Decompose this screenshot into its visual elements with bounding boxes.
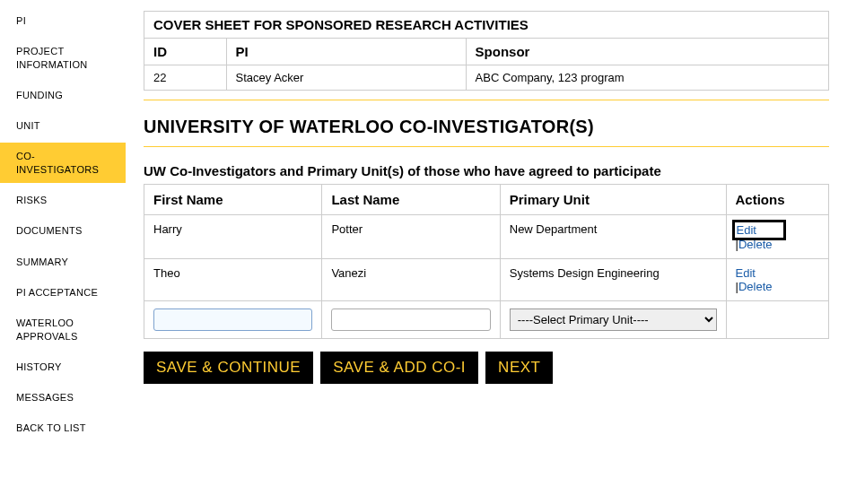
- cover-value-pi: Stacey Acker: [226, 65, 466, 91]
- edit-link[interactable]: Edit: [737, 223, 756, 237]
- cover-header-sponsor: Sponsor: [466, 39, 828, 65]
- table-row: Theo Vanezi Systems Design Engineering E…: [144, 259, 829, 301]
- edit-link[interactable]: Edit: [736, 266, 756, 280]
- sidebar-item-funding[interactable]: FUNDING: [0, 82, 126, 109]
- last-name-input[interactable]: [331, 308, 490, 331]
- section-title: UNIVERSITY OF WATERLOO CO-INVESTIGATOR(S…: [144, 117, 829, 137]
- sidebar-item-project-information[interactable]: PROJECT INFORMATION: [0, 38, 126, 78]
- sidebar: PI PROJECT INFORMATION FUNDING UNIT CO-I…: [0, 0, 126, 446]
- cover-sheet-table: COVER SHEET FOR SPONSORED RESEARCH ACTIV…: [144, 11, 829, 91]
- sidebar-item-history[interactable]: HISTORY: [0, 353, 126, 380]
- section-subtitle: UW Co-Investigators and Primary Unit(s) …: [144, 163, 829, 178]
- sidebar-item-messages[interactable]: MESSAGES: [0, 384, 126, 411]
- first-name-input[interactable]: [153, 308, 312, 331]
- cover-value-sponsor: ABC Company, 123 program: [466, 65, 828, 91]
- cover-header-pi: PI: [226, 39, 466, 65]
- delete-link[interactable]: Delete: [738, 280, 773, 293]
- sidebar-item-documents[interactable]: DOCUMENTS: [0, 217, 126, 244]
- coi-primary-unit: Systems Design Engineering: [500, 259, 726, 301]
- save-continue-button[interactable]: SAVE & CONTINUE: [144, 352, 313, 384]
- cover-header-id: ID: [144, 39, 227, 65]
- cover-sheet-title: COVER SHEET FOR SPONSORED RESEARCH ACTIV…: [144, 12, 829, 39]
- primary-unit-select[interactable]: ----Select Primary Unit----: [510, 308, 717, 331]
- main-content: COVER SHEET FOR SPONSORED RESEARCH ACTIV…: [126, 0, 865, 446]
- sidebar-item-pi-acceptance[interactable]: PI ACCEPTANCE: [0, 279, 126, 306]
- coi-primary-unit: New Department: [500, 215, 726, 259]
- coi-header-primary-unit: Primary Unit: [500, 185, 726, 215]
- coi-header-last-name: Last Name: [322, 185, 500, 215]
- sidebar-item-waterloo-approvals[interactable]: WATERLOO APPROVALS: [0, 309, 126, 350]
- coi-first-name: Theo: [144, 259, 322, 301]
- coi-actions: Edit |Delete: [726, 259, 828, 301]
- coi-actions: Edit |Delete: [726, 215, 828, 259]
- coi-last-name: Vanezi: [322, 259, 500, 301]
- divider: [144, 100, 829, 100]
- table-row: Harry Potter New Department Edit |Delete: [144, 215, 829, 259]
- sidebar-item-unit[interactable]: UNIT: [0, 112, 126, 139]
- coi-table: First Name Last Name Primary Unit Action…: [144, 184, 829, 339]
- sidebar-item-co-investigators[interactable]: CO-INVESTIGATORS: [0, 143, 126, 183]
- divider: [144, 146, 829, 147]
- coi-last-name: Potter: [322, 215, 500, 259]
- coi-first-name: Harry: [144, 215, 322, 259]
- sidebar-item-summary[interactable]: SUMMARY: [0, 248, 126, 275]
- coi-header-first-name: First Name: [144, 185, 322, 215]
- sidebar-item-pi[interactable]: PI: [0, 7, 126, 34]
- cover-value-id: 22: [144, 65, 227, 91]
- sidebar-item-risks[interactable]: RISKS: [0, 187, 126, 213]
- delete-link[interactable]: Delete: [738, 238, 773, 251]
- sidebar-item-back-to-list[interactable]: BACK TO LIST: [0, 414, 126, 441]
- coi-header-actions: Actions: [726, 185, 828, 215]
- next-button[interactable]: NEXT: [485, 352, 553, 384]
- table-row-new: ----Select Primary Unit----: [144, 301, 829, 339]
- save-add-coi-button[interactable]: SAVE & ADD CO-I: [320, 352, 478, 384]
- button-row: SAVE & CONTINUE SAVE & ADD CO-I NEXT: [144, 352, 829, 384]
